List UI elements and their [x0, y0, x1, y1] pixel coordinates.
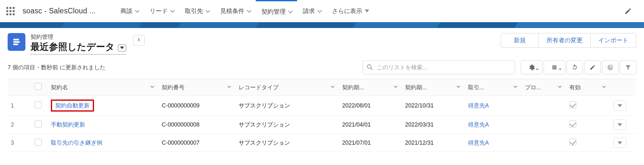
cell-number: C-0000000008: [159, 116, 235, 134]
object-icon: [8, 33, 25, 51]
cell-end-date: 2021/12/31: [402, 134, 465, 152]
chevron-down-icon[interactable]: [602, 84, 606, 88]
chart-button[interactable]: [602, 60, 619, 74]
row-action-button[interactable]: [613, 138, 626, 148]
nav-tab-label: 請求: [303, 7, 315, 15]
col-label: 有効: [569, 84, 581, 91]
chevron-down-icon[interactable]: [394, 84, 397, 88]
nav-tab-lead[interactable]: リード: [144, 0, 179, 22]
col-row-actions: [610, 79, 636, 96]
nav-tab-more[interactable]: さらに表示: [326, 0, 375, 22]
col-number[interactable]: 契約番号: [159, 79, 235, 96]
col-process[interactable]: プロ...: [522, 79, 566, 96]
cell-checkbox[interactable]: [31, 96, 48, 116]
import-button[interactable]: インポート: [591, 33, 636, 48]
nav-tab-label: 見積条件: [220, 7, 244, 15]
table-row: 3 取引先の引き継ぎ例 C-0000000007 サブスクリプション 2021/…: [8, 134, 636, 152]
table-row: 2 手動契約更新 C-0000000008 サブスクリプション 2021/04/…: [8, 116, 636, 134]
nav-tab-label: 商談: [120, 7, 132, 15]
cell-number: C-0000000007: [159, 134, 235, 152]
cell-checkbox[interactable]: [31, 116, 48, 134]
col-label: 契約期...: [405, 84, 427, 91]
cell-account: 得意先A: [465, 134, 522, 152]
cell-name: 手動契約更新: [48, 116, 159, 134]
cell-start-date: 2022/08/01: [339, 96, 402, 116]
chevron-down-icon[interactable]: [118, 45, 126, 52]
row-checkbox[interactable]: [35, 101, 42, 108]
row-checkbox[interactable]: [35, 139, 42, 146]
nav-tab-label: リード: [150, 7, 168, 15]
record-name-link[interactable]: 契約自動更新: [55, 102, 90, 109]
cell-process: [522, 96, 566, 116]
valid-checkbox: [569, 101, 576, 108]
chevron-down-icon[interactable]: [150, 84, 154, 88]
nav-tab-opportunity[interactable]: 商談: [115, 0, 144, 22]
col-label: 契約期...: [342, 84, 364, 91]
row-action-button[interactable]: [613, 100, 626, 111]
col-valid[interactable]: 有効: [566, 79, 611, 96]
global-nav: soasc - SalesCloud ... 商談 リード 取引先 見積条件 契…: [0, 0, 644, 22]
cell-record-type: サブスクリプション: [235, 134, 339, 152]
list-settings-button[interactable]: [521, 60, 542, 74]
cell-account: 得意先A: [465, 96, 522, 116]
chevron-down-icon[interactable]: [170, 8, 175, 12]
col-end-date[interactable]: 契約期...: [402, 79, 465, 96]
app-launcher-icon[interactable]: [6, 7, 15, 15]
cell-checkbox[interactable]: [31, 134, 48, 152]
chevron-down-icon[interactable]: [558, 84, 561, 88]
brand-stripe: [0, 22, 644, 28]
cell-record-type: サブスクリプション: [235, 96, 339, 116]
select-all-checkbox[interactable]: [35, 83, 42, 90]
filter-button[interactable]: [620, 60, 636, 74]
col-checkbox[interactable]: [31, 79, 48, 96]
nav-tab-contract-manage[interactable]: 契約管理: [256, 0, 297, 22]
nav-tab-quote-condition[interactable]: 見積条件: [214, 0, 256, 22]
new-button[interactable]: 新規: [501, 33, 539, 48]
cell-process: [522, 134, 566, 152]
listview-picker[interactable]: 最近参照したデータ: [31, 41, 126, 55]
col-record-type[interactable]: レコードタイプ: [235, 79, 339, 96]
nav-tab-account[interactable]: 取引先: [179, 0, 214, 22]
change-owner-button[interactable]: 所有者の変更: [539, 33, 591, 48]
pin-button[interactable]: [133, 35, 145, 46]
nav-tab-billing[interactable]: 請求: [297, 0, 326, 22]
account-link[interactable]: 得意先A: [468, 140, 489, 146]
row-action-button[interactable]: [613, 120, 626, 130]
list-status: 7 個の項目・数秒前 に更新されました: [8, 64, 105, 71]
col-name[interactable]: 契約名: [48, 79, 159, 96]
chevron-down-icon[interactable]: [331, 84, 334, 88]
cell-account: 得意先A: [465, 116, 522, 134]
search-input[interactable]: [363, 60, 515, 74]
cell-row-actions: [610, 134, 636, 152]
edit-icon[interactable]: [624, 7, 638, 15]
valid-checkbox: [569, 139, 576, 146]
col-account[interactable]: 取引...: [465, 79, 522, 96]
chevron-down-icon[interactable]: [135, 8, 139, 12]
chevron-down-icon: [559, 69, 561, 70]
cell-valid: [566, 96, 611, 116]
record-name-link[interactable]: 取引先の引き継ぎ例: [51, 140, 102, 146]
nav-tab-label: 取引先: [185, 7, 203, 15]
chevron-down-icon[interactable]: [206, 8, 210, 12]
chevron-down-icon[interactable]: [247, 8, 251, 12]
chevron-down-icon[interactable]: [288, 9, 293, 13]
cell-rownum: 2: [8, 116, 31, 134]
col-start-date[interactable]: 契約期...: [339, 79, 402, 96]
svg-line-1: [371, 68, 373, 70]
chevron-down-icon[interactable]: [227, 84, 231, 88]
record-name-link[interactable]: 手動契約更新: [51, 121, 85, 128]
refresh-button[interactable]: [566, 60, 583, 74]
row-checkbox[interactable]: [35, 120, 42, 127]
table-row: 1 契約自動更新 C-0000000009 サブスクリプション 2022/08/…: [8, 96, 636, 116]
chevron-down-icon[interactable]: [514, 84, 517, 88]
cell-process: [522, 116, 566, 134]
inline-edit-button[interactable]: [584, 60, 601, 74]
display-as-button[interactable]: [544, 60, 565, 74]
account-link[interactable]: 得意先A: [468, 102, 489, 109]
table-header-row: 契約名 契約番号 レコードタイプ 契約期... 契約期...: [8, 79, 636, 96]
account-link[interactable]: 得意先A: [468, 121, 489, 128]
cell-record-type: サブスクリプション: [235, 116, 339, 134]
chevron-down-icon[interactable]: [457, 84, 460, 88]
chevron-down-icon[interactable]: [317, 8, 322, 12]
nav-tab-label: さらに表示: [332, 7, 362, 15]
